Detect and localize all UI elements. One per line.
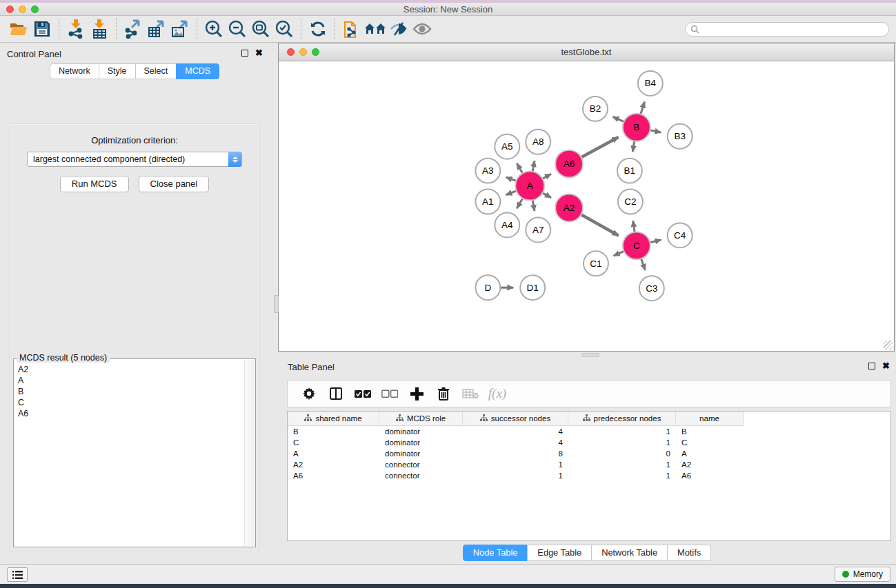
cell-predecessor-nodes[interactable]: 1 — [568, 427, 676, 436]
edge-A-A6[interactable] — [542, 174, 550, 179]
node-B[interactable]: B — [623, 114, 650, 141]
search-field[interactable] — [685, 22, 889, 37]
memory-button[interactable]: Memory — [835, 567, 890, 582]
result-item[interactable]: A — [18, 375, 244, 386]
node-C4[interactable]: C4 — [668, 223, 693, 247]
hide-visibility-icon[interactable] — [387, 18, 410, 40]
refresh-icon[interactable] — [306, 18, 330, 40]
result-scrollbar[interactable] — [244, 360, 255, 546]
export-image-icon[interactable] — [168, 18, 192, 40]
network-graph[interactable]: ABCA2A6A1A3A4A5A7A8B1B2B3B4C1C2C3C4DD1 — [279, 61, 894, 351]
tab-select[interactable]: Select — [135, 63, 177, 79]
gear-icon[interactable] — [299, 384, 319, 403]
cell-predecessor-nodes[interactable]: 1 — [568, 472, 676, 480]
optimization-criterion-select[interactable]: largest connected component (directed) — [27, 152, 242, 167]
cell-shared-name[interactable]: C — [288, 438, 379, 447]
cell-predecessor-nodes[interactable]: 1 — [568, 438, 676, 447]
cell-successor-nodes[interactable]: 4 — [463, 427, 568, 436]
column-header-predecessor-nodes[interactable]: predecessor nodes — [568, 412, 676, 426]
node-A6[interactable]: A6 — [555, 150, 583, 178]
cell-name[interactable]: A2 — [676, 460, 744, 469]
open-file-icon[interactable] — [7, 18, 30, 40]
cell-name[interactable]: B — [676, 427, 744, 436]
tab-style[interactable]: Style — [99, 63, 136, 79]
edge-C-C3[interactable] — [641, 258, 645, 270]
mcds-result-list[interactable]: A2ABCA6 — [14, 360, 244, 546]
node-D1[interactable]: D1 — [520, 275, 545, 300]
network-canvas[interactable]: ABCA2A6A1A3A4A5A7A8B1B2B3B4C1C2C3C4DD1 — [279, 61, 894, 351]
close-panel-button[interactable]: Close panel — [139, 176, 210, 192]
cell-MCDS-role[interactable]: dominator — [379, 449, 463, 458]
select-all-icon[interactable] — [352, 384, 373, 403]
edge-C-C1[interactable] — [614, 251, 624, 256]
add-row-icon[interactable] — [406, 384, 427, 403]
column-header-successor-nodes[interactable]: successor nodes — [463, 412, 568, 426]
tab-edge-table[interactable]: Edge Table — [527, 545, 592, 561]
network-window-titlebar[interactable]: testGlobe.txt — [279, 43, 894, 61]
cell-successor-nodes[interactable]: 4 — [463, 438, 568, 447]
cell-shared-name[interactable]: B — [288, 427, 379, 436]
zoom-fit-icon[interactable] — [249, 18, 272, 40]
table-row[interactable]: Bdominator41B — [288, 426, 890, 437]
table-row[interactable]: Adominator80A — [288, 448, 890, 459]
edge-C-C2[interactable] — [633, 221, 635, 232]
delete-row-icon[interactable] — [433, 384, 454, 403]
task-history-button[interactable] — [7, 567, 28, 582]
column-header-name[interactable]: name — [676, 412, 744, 426]
cell-MCDS-role[interactable]: dominator — [379, 438, 463, 447]
new-network-from-file-icon[interactable] — [340, 18, 364, 40]
tab-mcds[interactable]: MCDS — [176, 63, 219, 79]
result-item[interactable]: A2 — [18, 364, 244, 375]
table-row[interactable]: A6connector11A6 — [288, 470, 890, 481]
table-row[interactable]: A2connector11A2 — [288, 459, 890, 470]
column-header-MCDS-role[interactable]: MCDS role — [379, 412, 463, 426]
node-A8[interactable]: A8 — [526, 130, 550, 154]
home-icon[interactable] — [364, 18, 387, 40]
cell-predecessor-nodes[interactable]: 0 — [568, 449, 676, 458]
result-item[interactable]: C — [18, 397, 244, 408]
edge-A-A8[interactable] — [532, 161, 535, 172]
edge-A-A2[interactable] — [542, 193, 550, 198]
cell-shared-name[interactable]: A — [288, 449, 379, 458]
tab-motifs[interactable]: Motifs — [667, 545, 711, 561]
close-table-panel-icon[interactable]: ✖ — [882, 363, 890, 369]
node-A5[interactable]: A5 — [495, 134, 519, 159]
node-B4[interactable]: B4 — [638, 71, 663, 96]
edge-B-B2[interactable] — [613, 116, 624, 121]
edge-B-B4[interactable] — [641, 102, 645, 114]
resize-grip-icon[interactable] — [884, 341, 893, 350]
node-A2[interactable]: A2 — [555, 194, 583, 222]
table-row[interactable]: Cdominator41C — [288, 437, 890, 448]
zoom-in-icon[interactable] — [202, 18, 226, 40]
column-header-shared-name[interactable]: shared name — [288, 412, 379, 426]
edge-B-B1[interactable] — [633, 141, 634, 152]
cell-successor-nodes[interactable]: 1 — [463, 472, 568, 480]
edge-A-A7[interactable] — [532, 200, 535, 211]
edge-A-A1[interactable] — [506, 191, 516, 195]
edge-A-A3[interactable] — [506, 177, 517, 181]
cell-shared-name[interactable]: A6 — [288, 472, 379, 480]
cell-shared-name[interactable]: A2 — [288, 460, 379, 469]
node-D[interactable]: D — [475, 275, 500, 300]
zoom-out-icon[interactable] — [226, 18, 249, 40]
node-A7[interactable]: A7 — [526, 217, 550, 242]
columns-icon[interactable] — [326, 384, 346, 403]
edge-A-A4[interactable] — [517, 199, 522, 209]
edge-A2-C[interactable] — [581, 214, 618, 235]
cell-name[interactable]: A — [676, 449, 744, 458]
node-B1[interactable]: B1 — [617, 159, 642, 183]
export-network-icon[interactable] — [121, 18, 145, 40]
close-panel-icon[interactable]: ✖ — [255, 50, 263, 57]
node-A1[interactable]: A1 — [475, 190, 500, 214]
import-network-icon[interactable] — [64, 18, 88, 40]
node-B3[interactable]: B3 — [668, 124, 693, 149]
node-B2[interactable]: B2 — [583, 97, 608, 121]
node-A[interactable]: A — [515, 172, 544, 201]
node-A3[interactable]: A3 — [475, 159, 500, 183]
panel-divider-handle[interactable] — [274, 295, 279, 313]
tab-network[interactable]: Network — [50, 63, 99, 79]
cell-predecessor-nodes[interactable]: 1 — [568, 460, 676, 469]
zoom-selected-icon[interactable] — [272, 18, 296, 40]
cell-MCDS-role[interactable]: dominator — [379, 427, 463, 436]
result-item[interactable]: B — [18, 386, 244, 397]
